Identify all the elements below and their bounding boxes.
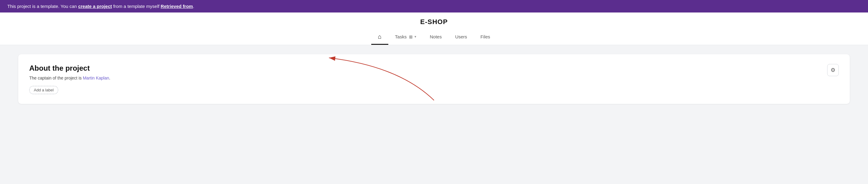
card-description: The captain of the project is Martin Kap… bbox=[29, 75, 821, 81]
captain-link[interactable]: Martin Kaplan bbox=[83, 75, 109, 81]
project-title: E-SHOP bbox=[420, 18, 448, 26]
notes-label: Notes bbox=[430, 34, 442, 39]
main-content: About the project The captain of the pro… bbox=[0, 45, 868, 113]
retrieved-from-link[interactable]: Retrieved from bbox=[161, 4, 193, 9]
card-content: About the project The captain of the pro… bbox=[29, 64, 821, 94]
header: E-SHOP ⌂ Tasks ⊞ ▾ Notes Users Files bbox=[0, 12, 868, 45]
about-project-card: About the project The captain of the pro… bbox=[18, 54, 850, 104]
create-project-link[interactable]: create a project bbox=[78, 4, 112, 9]
tab-tasks[interactable]: Tasks ⊞ ▾ bbox=[388, 31, 423, 44]
banner-text-middle: from a template myself bbox=[112, 4, 161, 9]
banner-text-before: This project is a template. You can bbox=[7, 4, 78, 9]
add-label-text: Add a label bbox=[34, 88, 54, 92]
description-after: . bbox=[109, 75, 110, 81]
gear-icon: ⚙ bbox=[831, 67, 835, 73]
banner-text-after: . bbox=[193, 4, 194, 9]
tasks-label: Tasks bbox=[395, 34, 407, 39]
tab-files[interactable]: Files bbox=[474, 31, 497, 44]
tasks-grid-icon: ⊞ bbox=[409, 34, 413, 39]
users-label: Users bbox=[455, 34, 467, 39]
card-title: About the project bbox=[29, 64, 821, 72]
tab-users[interactable]: Users bbox=[448, 31, 474, 44]
chevron-down-icon: ▾ bbox=[414, 35, 416, 39]
nav-tabs: ⌂ Tasks ⊞ ▾ Notes Users Files bbox=[371, 30, 497, 45]
files-label: Files bbox=[480, 34, 490, 39]
description-before: The captain of the project is bbox=[29, 75, 83, 81]
add-label-button[interactable]: Add a label bbox=[29, 86, 58, 94]
tab-notes[interactable]: Notes bbox=[423, 31, 448, 44]
tab-home[interactable]: ⌂ bbox=[371, 30, 388, 45]
home-icon: ⌂ bbox=[378, 33, 382, 40]
template-banner: This project is a template. You can crea… bbox=[0, 0, 868, 12]
settings-button[interactable]: ⚙ bbox=[827, 64, 839, 76]
